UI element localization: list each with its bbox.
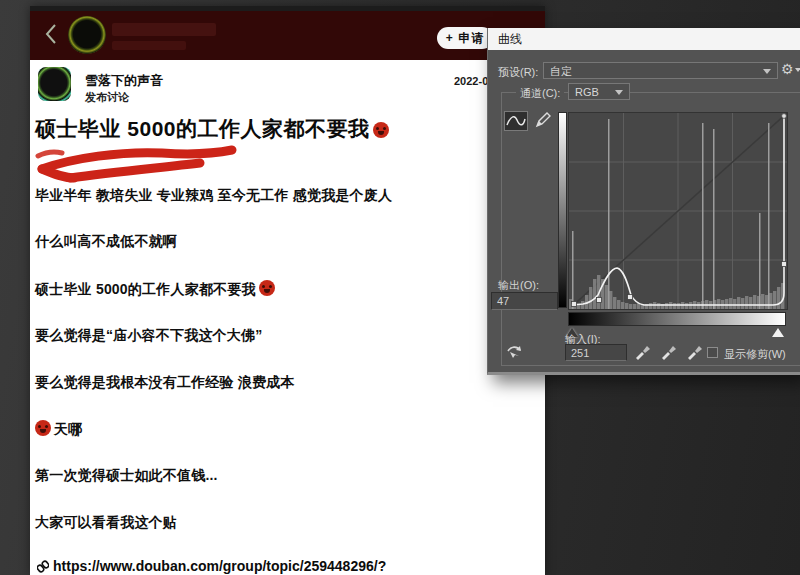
post-paragraph: 什么叫高不成低不就啊 [35,233,505,251]
app-header-bar: + 申请 [30,6,545,60]
output-label: 输出(O): [498,278,539,293]
preset-dropdown[interactable]: 自定 [543,62,778,79]
input-gradient-bar [568,312,786,326]
output-gradient-bar [558,112,567,308]
chevron-down-icon [615,90,623,95]
pencil-icon [534,111,554,129]
apply-button[interactable]: + 申请 [437,27,493,49]
group-title-obscured [112,23,216,36]
gray-point-eyedropper-button[interactable] [660,344,678,360]
post-paragraph: 硕士毕业 5000的工作人家都不要我 [35,280,505,299]
author-name: 雪落下的声音 [85,72,163,90]
output-value-field[interactable]: 47 [491,292,558,310]
show-clipping-label: 显示修剪(W) [724,347,786,362]
group-members-obscured [112,41,186,50]
edit-points-tool-button[interactable] [504,111,528,131]
curves-dialog: 曲线 预设(R): 自定 ⚙ 通道(C): RGB 输出(O): 47 输入(I… [487,28,800,375]
back-arrow-icon[interactable] [44,23,58,45]
crying-emoji-icon [35,420,51,436]
curve-grid[interactable] [568,112,788,310]
group-avatar [68,16,106,54]
draw-curve-tool-button[interactable] [534,111,556,131]
targeted-adjustment-tool-button[interactable] [504,342,524,361]
edited-screenshot: + 申请 雪落下的声音 发布讨论 2022-0 硕士毕业 5000的工作人家都不… [30,6,545,575]
post-paragraph: 第一次觉得硕士如此不值钱... [35,467,505,485]
crying-emoji-icon [373,122,389,138]
highlight-input-slider[interactable] [772,328,784,337]
show-clipping-checkbox[interactable] [707,347,718,358]
post-link[interactable]: https://www.douban.com/group/topic/25944… [37,558,386,574]
dialog-title-bar[interactable]: 曲线 [488,28,800,50]
post-paragraph: 大家可以看看我这个贴 [35,514,505,532]
curve-icon [505,112,527,130]
post-paragraph: 要么觉得是“庙小容不下我这个大佛” [35,327,505,345]
post-paragraph: 要么觉得是我根本没有工作经验 浪费成本 [35,374,505,392]
white-point-eyedropper-button[interactable] [686,344,704,360]
post-title: 硕士毕业 5000的工作人家都不要我 [35,115,495,143]
post-action-label: 发布讨论 [85,90,129,105]
status-bar-strip [30,6,545,11]
author-avatar [38,67,71,101]
post-timestamp: 2022-0 [454,75,488,87]
black-point-eyedropper-button[interactable] [634,344,652,360]
input-value-field[interactable]: 251 [565,344,627,361]
preset-options-button[interactable]: ⚙ [781,61,800,77]
crying-emoji-icon [259,280,275,296]
chevron-down-icon [795,68,800,72]
link-icon [37,560,49,573]
channel-label: 通道(C): [516,86,564,101]
post-paragraph: 天哪 [35,420,505,439]
red-scribble-redaction [32,142,242,188]
channel-dropdown[interactable]: RGB [568,83,630,100]
post-paragraph: 毕业半年 教培失业 专业辣鸡 至今无工作 感觉我是个废人 [35,187,505,205]
chevron-down-icon [763,69,771,74]
preset-label: 预设(R): [498,65,538,80]
